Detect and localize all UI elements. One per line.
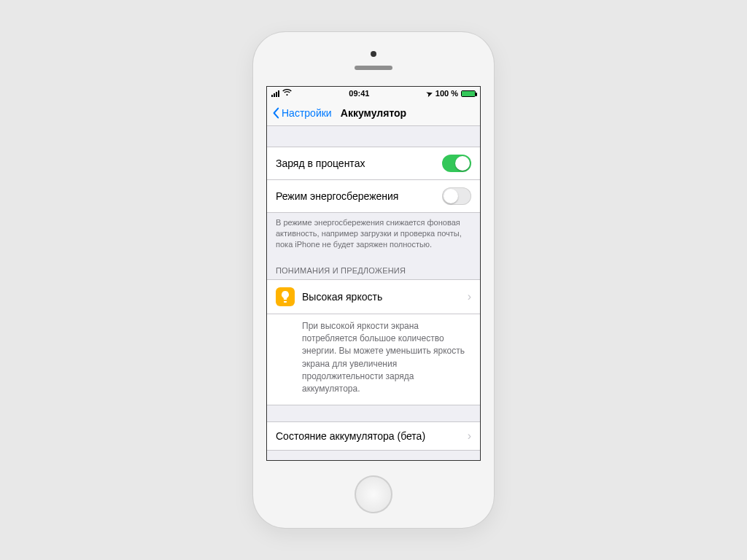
row-label: Состояние аккумулятора (бета) xyxy=(276,430,460,442)
signal-icon xyxy=(271,90,279,97)
row-low-power-mode[interactable]: Режим энергосбережения xyxy=(267,180,480,213)
row-high-brightness[interactable]: Высокая яркость › xyxy=(267,279,480,314)
battery-icon xyxy=(461,90,476,97)
status-time: 09:41 xyxy=(349,89,369,98)
row-battery-percentage[interactable]: Заряд в процентах xyxy=(267,147,480,180)
toggle-low-power-mode[interactable] xyxy=(442,187,471,205)
chevron-right-icon: › xyxy=(468,290,471,303)
low-power-note: В режиме энергосбережения снижается фоно… xyxy=(267,213,480,250)
row-label: Режим энергосбережения xyxy=(276,190,435,202)
speaker-grille xyxy=(355,66,392,70)
back-label: Настройки xyxy=(282,107,332,119)
home-button[interactable] xyxy=(355,475,392,513)
row-battery-health[interactable]: Состояние аккумулятора (бета) › xyxy=(267,421,480,451)
location-icon: ➤ xyxy=(425,88,433,98)
back-button[interactable]: Настройки xyxy=(271,107,332,119)
screen: 09:41 ➤ 100 % Настройки Аккумулятор Заря… xyxy=(266,86,481,461)
lightbulb-icon xyxy=(276,287,295,306)
status-bar: 09:41 ➤ 100 % xyxy=(267,87,480,100)
section-header-insights: ПОНИМАНИЯ И ПРЕДЛОЖЕНИЯ xyxy=(267,250,480,279)
chevron-left-icon xyxy=(271,107,280,119)
chevron-right-icon: › xyxy=(468,429,471,443)
toggle-battery-percentage[interactable] xyxy=(442,155,471,172)
row-label: Высокая яркость xyxy=(302,291,460,303)
iphone-frame: 09:41 ➤ 100 % Настройки Аккумулятор Заря… xyxy=(253,32,494,528)
battery-percent: 100 % xyxy=(436,89,458,98)
high-brightness-description: При высокой яркости экрана потребляется … xyxy=(267,314,480,405)
settings-content[interactable]: Заряд в процентах Режим энергосбережения… xyxy=(267,126,480,460)
row-label: Заряд в процентах xyxy=(276,158,435,169)
nav-bar: Настройки Аккумулятор xyxy=(267,100,480,126)
wifi-icon xyxy=(282,89,292,98)
front-camera xyxy=(371,51,376,57)
